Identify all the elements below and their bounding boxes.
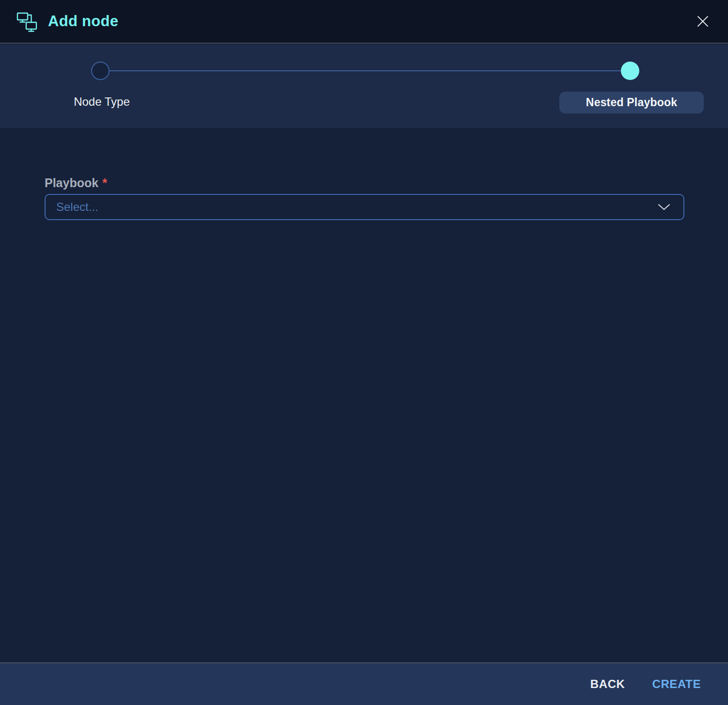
step-nested-playbook-label[interactable]: Nested Playbook xyxy=(559,92,704,113)
playbook-label-text: Playbook xyxy=(45,176,98,190)
playbook-field-label: Playbook* xyxy=(45,176,107,190)
step-node-type-circle[interactable] xyxy=(91,62,110,80)
chevron-down-icon xyxy=(657,203,671,211)
nodes-icon xyxy=(16,10,38,32)
wizard-stepper: Node Type Nested Playbook xyxy=(0,45,728,128)
create-button[interactable]: CREATE xyxy=(646,673,708,696)
step-nested-playbook-circle[interactable] xyxy=(621,62,639,80)
dialog-body: Playbook* Select... xyxy=(0,128,728,661)
stepper-connector-line xyxy=(100,70,630,71)
dialog-title: Add node xyxy=(48,13,118,30)
playbook-select-placeholder: Select... xyxy=(56,200,98,214)
add-node-dialog: Add node Node Type Nested Playbook Playb… xyxy=(0,0,728,705)
dialog-header: Add node xyxy=(0,0,728,44)
close-button[interactable] xyxy=(692,11,713,32)
step-node-type-label[interactable]: Node Type xyxy=(58,95,145,109)
close-icon xyxy=(696,15,710,28)
dialog-footer: BACK CREATE xyxy=(0,662,728,705)
required-asterisk: * xyxy=(102,176,107,190)
back-button[interactable]: BACK xyxy=(584,673,632,696)
playbook-select[interactable]: Select... xyxy=(45,194,684,220)
